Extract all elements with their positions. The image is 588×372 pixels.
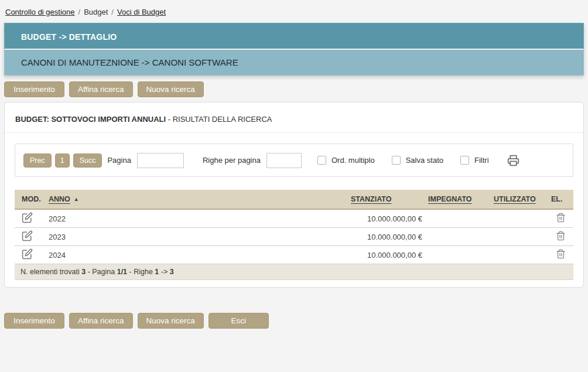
cell-utilizzato [490, 246, 548, 264]
page-number-button[interactable]: 1 [55, 153, 70, 168]
page-label: Pagina [107, 156, 131, 165]
title-divider [5, 132, 583, 133]
cell-mod [15, 228, 45, 246]
col-header-stanziato[interactable]: STANZIATO [347, 190, 425, 209]
cell-anno: 2024 [45, 246, 347, 264]
edit-icon [22, 230, 33, 241]
results-title: BUDGET: SOTTOVOCI IMPORTI ANNUALI - RISU… [5, 103, 583, 132]
print-button[interactable] [507, 154, 520, 166]
page-subtitle: CANONI DI MANUTEZNIONE -> CANONI SOFTWAR… [21, 57, 238, 67]
toolbar-bottom: InserimentoAffina ricercaNuova ricercaEs… [4, 313, 588, 329]
cell-stanziato: 10.000.000,00 € [347, 246, 425, 264]
table-row: 2023 10.000.000,00 € [15, 228, 573, 246]
header-bar-secondary: CANONI DI MANUTEZNIONE -> CANONI SOFTWAR… [4, 50, 584, 76]
col-header-impegnato[interactable]: IMPEGNATO [425, 190, 490, 209]
col-header-el: EL. [548, 190, 573, 209]
breadcrumb-link-controllo-di-gestione[interactable]: Controllo di gestione [5, 8, 75, 16]
pagination-checkboxes: Ord. multiplo Salva stato Filtri [302, 156, 489, 165]
table-row: 2022 10.000.000,00 € [15, 209, 573, 228]
trash-icon [556, 230, 566, 241]
nuova-ricerca-button[interactable]: Nuova ricerca [138, 313, 204, 329]
inserimento-button[interactable]: Inserimento [4, 81, 64, 97]
cell-anno: 2022 [45, 209, 347, 228]
cell-el [548, 228, 573, 246]
cell-anno: 2023 [45, 228, 347, 246]
cell-mod [15, 246, 45, 264]
breadcrumb-item-budget: Budget [84, 8, 108, 16]
delete-row-button[interactable] [556, 248, 566, 260]
filtri-checkbox[interactable] [460, 156, 469, 165]
header-bar-primary: BUDGET -> DETTAGLIO [4, 23, 584, 50]
table-row: 2024 10.000.000,00 € [15, 246, 573, 264]
cell-impegnato [425, 246, 490, 264]
trash-icon [556, 212, 566, 223]
printer-icon [507, 154, 520, 166]
table-header: MOD. ANNO▲ STANZIATO IMPEGNATO UTILIZZAT… [15, 190, 573, 209]
sort-asc-icon: ▲ [74, 196, 79, 202]
results-title-rest: - RISULTATI DELLA RICERCA [166, 115, 272, 124]
checkbox-group-filtri: Filtri [460, 156, 489, 165]
col-header-anno[interactable]: ANNO▲ [45, 190, 347, 209]
esci-button[interactable]: Esci [208, 313, 269, 329]
inserimento-button[interactable]: Inserimento [4, 313, 64, 329]
rows-per-page-label: Righe per pagina [203, 156, 261, 165]
results-panel: BUDGET: SOTTOVOCI IMPORTI ANNUALI - RISU… [4, 102, 584, 288]
cell-utilizzato [490, 228, 548, 246]
edit-icon [22, 248, 33, 260]
affina-ricerca-button[interactable]: Affina ricerca [69, 81, 133, 97]
prev-page-button[interactable]: Prec [23, 153, 52, 168]
delete-row-button[interactable] [556, 230, 566, 241]
cell-el [548, 209, 573, 228]
cell-mod [15, 209, 45, 228]
breadcrumb-separator: / [78, 8, 81, 16]
cell-el [548, 246, 573, 264]
results-table: MOD. ANNO▲ STANZIATO IMPEGNATO UTILIZZAT… [15, 190, 573, 280]
table-footer: N. elementi trovati 3 - Pagina 1/1 - Rig… [15, 264, 573, 280]
col-header-utilizzato[interactable]: UTILIZZATO [490, 190, 548, 209]
cell-impegnato [425, 228, 490, 246]
filtri-checkbox-label: Filtri [474, 156, 489, 165]
nuova-ricerca-button[interactable]: Nuova ricerca [138, 81, 204, 97]
cell-stanziato: 10.000.000,00 € [347, 228, 425, 246]
checkbox-group-ord-multiplo: Ord. multiplo [317, 156, 375, 165]
affina-ricerca-button[interactable]: Affina ricerca [69, 313, 133, 329]
pagination-bar: Prec 1 Succ Pagina Righe per pagina Ord.… [15, 144, 573, 177]
checkbox-group-salva-stato: Salva stato [392, 156, 443, 165]
page-input[interactable] [137, 153, 184, 168]
rows-per-page-input[interactable] [266, 153, 302, 168]
cell-stanziato: 10.000.000,00 € [347, 209, 425, 228]
edit-icon [22, 212, 33, 223]
edit-row-button[interactable] [22, 248, 33, 260]
results-summary: N. elementi trovati 3 - Pagina 1/1 - Rig… [15, 264, 573, 280]
cell-utilizzato [490, 209, 548, 228]
results-title-bold: BUDGET: SOTTOVOCI IMPORTI ANNUALI [15, 115, 166, 124]
breadcrumb: Controllo di gestione/Budget/Voci di Bud… [0, 0, 588, 23]
col-header-mod: MOD. [15, 190, 45, 209]
next-page-button[interactable]: Succ [73, 153, 102, 168]
edit-row-button[interactable] [22, 212, 33, 223]
delete-row-button[interactable] [556, 212, 566, 223]
ord-multiplo-checkbox-label: Ord. multiplo [331, 156, 375, 165]
toolbar-top: InserimentoAffina ricercaNuova ricerca [4, 81, 588, 97]
page-title: BUDGET -> DETTAGLIO [21, 32, 117, 42]
breadcrumb-separator: / [111, 8, 114, 16]
ord-multiplo-checkbox[interactable] [317, 156, 326, 165]
header-bars: BUDGET -> DETTAGLIO CANONI DI MANUTEZNIO… [4, 23, 584, 76]
edit-row-button[interactable] [22, 230, 33, 241]
salva-stato-checkbox[interactable] [392, 156, 401, 165]
salva-stato-checkbox-label: Salva stato [406, 156, 443, 165]
trash-icon [556, 248, 566, 260]
cell-impegnato [425, 209, 490, 228]
breadcrumb-link-voci-di-budget[interactable]: Voci di Budget [117, 8, 166, 16]
